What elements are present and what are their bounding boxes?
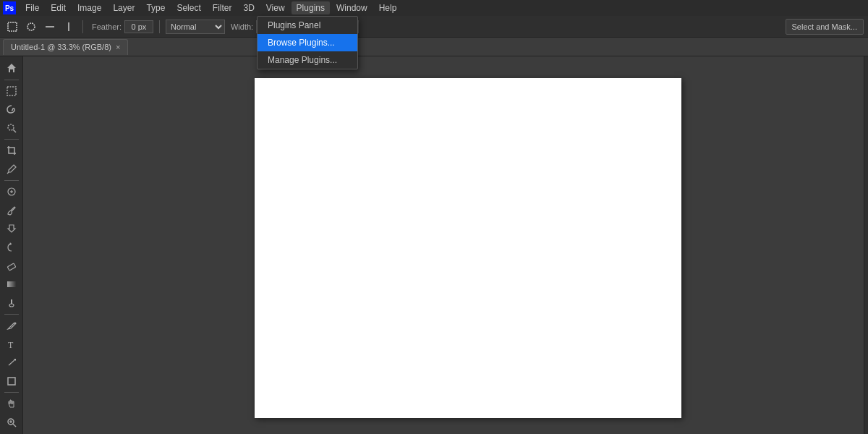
- svg-rect-11: [7, 263, 16, 270]
- history-brush-tool[interactable]: [2, 239, 21, 257]
- rect-select-btn[interactable]: [4, 19, 20, 35]
- toolbar-separator-3: [4, 180, 19, 181]
- menu-view[interactable]: View: [261, 1, 290, 14]
- dodge-tool[interactable]: [2, 294, 21, 312]
- toolbar-separator-5: [4, 392, 19, 393]
- plugins-dropdown-menu: Plugins Panel Browse Plugins... Manage P…: [257, 16, 358, 69]
- hand-tool[interactable]: [2, 395, 21, 413]
- brush-tool[interactable]: [2, 202, 21, 220]
- toolbar-separator-2: [4, 139, 19, 140]
- canvas-document: [255, 78, 681, 418]
- quick-select-tool[interactable]: [2, 119, 21, 137]
- svg-text:T: T: [8, 340, 14, 350]
- document-tab-title: Untitled-1 @ 33.3% (RGB/8): [11, 43, 111, 51]
- menu-edit[interactable]: Edit: [46, 1, 71, 14]
- elliptical-select-btn[interactable]: [23, 19, 39, 35]
- menu-bar: Ps File Edit Image Layer Type Select Fil…: [0, 0, 868, 16]
- menu-layer[interactable]: Layer: [108, 1, 140, 14]
- divider-1: [82, 20, 83, 33]
- svg-rect-12: [7, 281, 16, 287]
- feather-label: Feather:: [92, 22, 122, 31]
- select-mask-button[interactable]: Select and Mask...: [786, 19, 864, 35]
- feather-input[interactable]: [124, 20, 153, 33]
- menu-window[interactable]: Window: [331, 1, 373, 14]
- gradient-tool[interactable]: [2, 276, 21, 294]
- eyedropper-tool[interactable]: [2, 161, 21, 179]
- divider-2: [159, 20, 160, 33]
- menu-type[interactable]: Type: [141, 1, 170, 14]
- eraser-tool[interactable]: [2, 257, 21, 275]
- crop-tool[interactable]: [2, 142, 21, 160]
- main-layout: T: [0, 56, 868, 434]
- menu-plugins[interactable]: Plugins: [292, 1, 330, 14]
- single-col-btn[interactable]: [61, 19, 77, 35]
- left-toolbar: T: [0, 56, 23, 434]
- clone-stamp-tool[interactable]: [2, 220, 21, 238]
- style-select[interactable]: Normal Fixed Ratio Fixed Size: [166, 20, 225, 34]
- home-btn[interactable]: [2, 59, 21, 77]
- single-row-btn[interactable]: [42, 19, 58, 35]
- tab-bar: Untitled-1 @ 33.3% (RGB/8) ×: [0, 38, 868, 56]
- svg-point-15: [14, 323, 16, 325]
- svg-point-5: [8, 124, 14, 130]
- type-tool[interactable]: T: [2, 335, 21, 353]
- lasso-tool[interactable]: [2, 101, 21, 119]
- plugins-panel-item[interactable]: Plugins Panel: [258, 17, 357, 34]
- menu-image[interactable]: Image: [72, 1, 106, 14]
- zoom-tool[interactable]: [2, 414, 21, 432]
- svg-point-1: [27, 23, 35, 30]
- ps-logo: Ps: [3, 1, 16, 14]
- svg-rect-4: [7, 87, 16, 95]
- toolbar-separator-4: [4, 314, 19, 315]
- svg-line-6: [13, 129, 16, 132]
- svg-point-13: [9, 304, 14, 307]
- document-tab-close[interactable]: ×: [116, 43, 120, 51]
- menu-select[interactable]: Select: [171, 1, 205, 14]
- options-bar: Feather: Normal Fixed Ratio Fixed Size W…: [0, 16, 868, 38]
- toolbar-separator-1: [4, 80, 19, 80]
- manage-plugins-item[interactable]: Manage Plugins...: [258, 51, 357, 69]
- svg-line-7: [7, 172, 9, 174]
- canvas-area: [23, 56, 864, 434]
- menu-filter[interactable]: Filter: [208, 1, 237, 14]
- shape-tool[interactable]: [2, 373, 21, 391]
- width-label: Width:: [231, 22, 253, 31]
- svg-line-20: [13, 424, 16, 427]
- healing-brush-tool[interactable]: [2, 183, 21, 201]
- menu-help[interactable]: Help: [374, 1, 402, 14]
- rectangular-marquee-tool[interactable]: [2, 82, 21, 100]
- svg-rect-18: [8, 378, 15, 385]
- pen-tool[interactable]: [2, 317, 21, 335]
- menu-file[interactable]: File: [20, 1, 44, 14]
- document-tab[interactable]: Untitled-1 @ 33.3% (RGB/8) ×: [3, 39, 128, 55]
- svg-rect-0: [8, 22, 17, 31]
- menu-3d[interactable]: 3D: [238, 1, 259, 14]
- path-select-tool[interactable]: [2, 354, 21, 372]
- browse-plugins-item[interactable]: Browse Plugins...: [258, 34, 357, 51]
- right-panel: [864, 56, 868, 434]
